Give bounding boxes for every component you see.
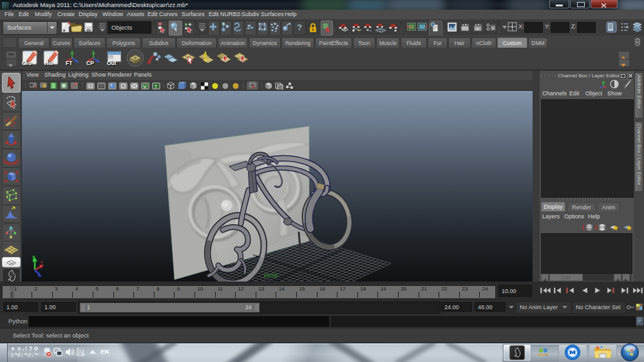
svg-text:V: V <box>143 84 147 90</box>
svg-text:T: T <box>155 84 158 90</box>
svg-text:y: y <box>32 254 35 260</box>
svg-text:persp: persp <box>264 272 278 278</box>
svg-text:x: x <box>41 260 43 264</box>
